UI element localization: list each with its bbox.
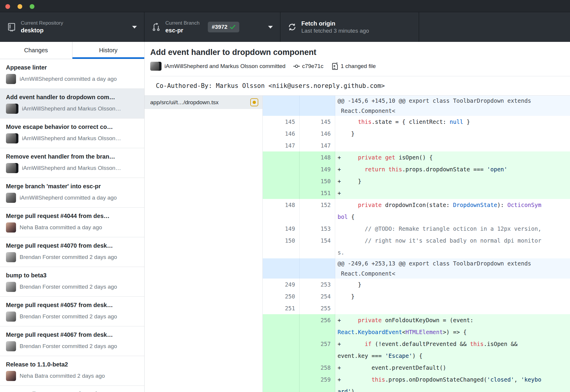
commit-meta-text: iAmWillShepherd and Markus Olsson… xyxy=(22,165,121,171)
pull-request-badge[interactable]: #3972 xyxy=(208,22,239,32)
pull-request-number: #3972 xyxy=(212,24,227,30)
diff-code: + this.props.onDropdownStateChanged('clo… xyxy=(335,374,570,392)
new-line-number: 153 xyxy=(300,223,335,235)
commit-list-item[interactable]: Merge pull request #4057 from desk…Brend… xyxy=(0,297,144,326)
diff-code: + event.preventDefault() xyxy=(335,362,570,374)
changed-file-row[interactable]: app/src/ui/t…/dropdown.tsx xyxy=(145,96,262,109)
old-line-number: 249 xyxy=(263,279,300,290)
diff-code: @@ -249,6 +253,13 @@ export class Toolba… xyxy=(335,258,570,279)
new-line-number: 150 xyxy=(300,175,335,187)
diff-added-row: 256+ private onFoldoutKeyDown = (event:R… xyxy=(263,314,570,338)
chevron-down-icon xyxy=(132,26,137,29)
committer-byline: iAmWillShepherd and Markus Olsson commit… xyxy=(164,63,286,69)
commit-title: Merge pull request #4044 from des… xyxy=(6,213,138,219)
commit-list-item[interactable]: Remove event handler from the bran…iAmWi… xyxy=(0,148,144,178)
commit-list-item[interactable]: Merge pull request #4070 from desk…Brend… xyxy=(0,237,144,267)
current-branch-label: Current Branch xyxy=(165,20,200,26)
commit-icon xyxy=(293,64,300,69)
old-line-number xyxy=(263,374,300,392)
committer-avatars xyxy=(150,62,162,71)
diff-added-row: 149+ return this.props.dropdownState ===… xyxy=(263,163,570,175)
changed-file-list: app/src/ui/t…/dropdown.tsx xyxy=(145,96,263,392)
commit-title: Merge pull request #4067 from desk… xyxy=(6,331,138,338)
diff-hunk-row: @@ -145,6 +145,10 @@ export class Toolba… xyxy=(263,96,570,116)
changed-files-count: 1 changed file xyxy=(341,63,376,69)
sync-icon xyxy=(288,23,297,31)
check-icon xyxy=(230,25,235,29)
diff-context-row: 251255 xyxy=(263,302,570,314)
new-line-number: 151 xyxy=(300,187,335,199)
diff-added-row: 257+ if (!event.defaultPrevented && this… xyxy=(263,338,570,362)
commit-title: Merge pull request #4057 from desk… xyxy=(6,302,138,309)
tab-changes[interactable]: Changes xyxy=(0,42,72,59)
old-line-number xyxy=(263,175,300,187)
new-line-number: 256 xyxy=(300,314,335,338)
commit-meta-text: Neha Batra committed a day ago xyxy=(20,224,102,231)
new-line-number: 254 xyxy=(300,290,335,302)
diff-added-row: 148+ private get isOpen() { xyxy=(263,151,570,163)
diff-code: + private onFoldoutKeyDown = (event:Reac… xyxy=(335,314,570,338)
commit-meta-text: iAmWillShepherd committed a day ago xyxy=(20,76,117,82)
diff-added-row: 151+ xyxy=(263,187,570,199)
commit-meta-text: Brendan Forster committed 2 days ago xyxy=(20,343,117,350)
diff-code: @@ -145,6 +145,10 @@ export class Toolba… xyxy=(335,96,570,116)
commit-list-item[interactable]: Merge pull request #4056 from d… xyxy=(0,386,144,392)
old-line-number: 145 xyxy=(263,116,300,128)
current-repository-label: Current Repository xyxy=(21,20,63,26)
tab-history[interactable]: History xyxy=(72,42,145,59)
diff-code: + if (!event.defaultPrevented && this.is… xyxy=(335,338,570,362)
committer-avatars xyxy=(6,104,18,114)
commit-list-item[interactable]: Merge pull request #4044 from des…Neha B… xyxy=(0,208,144,237)
repo-icon xyxy=(7,23,16,31)
diff-context-row: 147147 xyxy=(263,140,570,151)
current-branch-value: esc-pr xyxy=(165,26,200,34)
commit-list-item[interactable]: bump to beta3Brendan Forster committed 2… xyxy=(0,267,144,297)
current-repository-value: desktop xyxy=(21,26,63,34)
current-branch-button[interactable]: Current Branch esc-pr #3972 xyxy=(145,12,281,42)
commit-title: Merge pull request #4070 from desk… xyxy=(6,242,138,249)
diff-code xyxy=(335,140,570,151)
old-line-number: 149 xyxy=(263,223,300,235)
avatar xyxy=(6,312,16,322)
commit-title: Merge pull request #4056 from d… xyxy=(6,391,138,392)
diff-context-row: 149153 // @TODO: Remake triangle octicon… xyxy=(263,223,570,235)
avatar xyxy=(6,163,16,173)
commit-list-item[interactable]: Merge pull request #4067 from desk…Brend… xyxy=(0,326,144,356)
avatar xyxy=(6,104,16,114)
zoom-window-icon[interactable] xyxy=(30,4,34,9)
commit-list-item[interactable]: Add event handler to dropdown com…iAmWil… xyxy=(0,89,144,118)
commit-title: Remove event handler from the bran… xyxy=(6,153,138,160)
diff-code: + xyxy=(335,187,570,199)
commit-title: Add event handler to dropdown com… xyxy=(6,94,138,101)
titlebar xyxy=(0,0,570,12)
diff-code: private dropdownIcon(state: DropdownStat… xyxy=(335,199,570,223)
avatar xyxy=(6,74,16,84)
commit-title: bump to beta3 xyxy=(6,272,138,279)
commit-meta-text: Brendan Forster committed 2 days ago xyxy=(20,313,117,320)
fetch-origin-button[interactable]: Fetch origin Last fetched 3 minutes ago xyxy=(281,12,419,42)
old-line-number: 150 xyxy=(263,235,300,258)
commit-list-item[interactable]: Merge branch 'master' into esc-priAmWill… xyxy=(0,178,144,208)
toolbar: Current Repository desktop Current Branc… xyxy=(0,12,570,42)
current-repository-button[interactable]: Current Repository desktop xyxy=(0,12,145,42)
avatar xyxy=(150,62,159,71)
commit-sha: c79e71c xyxy=(302,63,324,69)
committer-avatars xyxy=(6,193,16,203)
old-line-number xyxy=(263,163,300,175)
diff-code: } xyxy=(335,290,570,302)
commit-meta-text: Neha Batra committed 2 days ago xyxy=(20,373,105,379)
commit-list-item[interactable]: Release to 1.1.0-beta2Neha Batra committ… xyxy=(0,356,144,386)
commit-list-item[interactable]: Appease linteriAmWillShepherd committed … xyxy=(0,59,144,89)
fetch-origin-subtitle: Last fetched 3 minutes ago xyxy=(301,28,369,34)
minimize-window-icon[interactable] xyxy=(18,4,22,9)
old-line-number xyxy=(263,362,300,374)
close-window-icon[interactable] xyxy=(5,4,10,9)
new-line-number: 147 xyxy=(300,140,335,151)
committer-avatars xyxy=(6,222,16,233)
diff-added-row: 259+ this.props.onDropdownStateChanged('… xyxy=(263,374,570,392)
commit-list-item[interactable]: Move escape behavior to correct co…iAmWi… xyxy=(0,118,144,148)
new-line-number: 259 xyxy=(300,374,335,392)
committer-avatars xyxy=(6,371,16,381)
diff-context-row: 150154 // right now it's scaled badly on… xyxy=(263,235,570,258)
commit-history-list: Appease linteriAmWillShepherd committed … xyxy=(0,59,144,392)
